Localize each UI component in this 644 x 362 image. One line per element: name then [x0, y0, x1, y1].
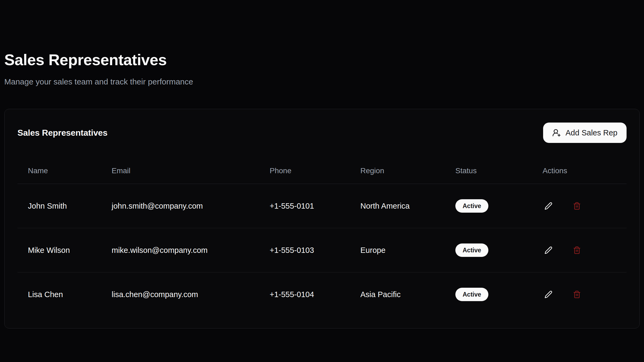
cell-phone: +1-555-0103 — [259, 228, 350, 272]
cell-name: Lisa Chen — [17, 272, 101, 317]
trash-icon — [573, 202, 581, 210]
delete-button[interactable] — [571, 200, 583, 212]
cell-status: Active — [445, 228, 532, 272]
page: Sales Representatives Manage your sales … — [0, 51, 644, 362]
status-badge: Active — [455, 199, 488, 213]
column-header-name: Name — [17, 158, 101, 184]
cell-region: Europe — [350, 228, 445, 272]
delete-button[interactable] — [571, 244, 583, 256]
pencil-icon — [544, 290, 552, 298]
add-sales-rep-button-label: Add Sales Rep — [566, 128, 617, 137]
cell-region: North America — [350, 184, 445, 228]
cell-phone: +1-555-0101 — [259, 184, 350, 228]
cell-status: Active — [445, 272, 532, 317]
page-subtitle: Manage your sales team and track their p… — [4, 77, 640, 87]
cell-actions — [532, 184, 627, 228]
status-badge: Active — [455, 243, 488, 257]
trash-icon — [573, 290, 581, 298]
table-header: Name Email Phone Region Status Actions — [17, 158, 627, 184]
pencil-icon — [544, 202, 552, 210]
column-header-status: Status — [445, 158, 532, 184]
card-title: Sales Representatives — [17, 127, 108, 138]
edit-button[interactable] — [543, 289, 554, 300]
column-header-region: Region — [350, 158, 445, 184]
cell-status: Active — [445, 184, 532, 228]
cell-actions — [532, 228, 627, 272]
cell-name: Mike Wilson — [17, 228, 101, 272]
trash-icon — [573, 246, 581, 254]
column-header-email: Email — [101, 158, 259, 184]
cell-region: Asia Pacific — [350, 272, 445, 317]
sales-reps-card: Sales Representatives Add Sales Rep — [4, 109, 640, 328]
add-sales-rep-button[interactable]: Add Sales Rep — [543, 123, 627, 143]
table-row: Mike Wilson mike.wilson@company.com +1-5… — [17, 228, 627, 272]
card-header: Sales Representatives Add Sales Rep — [17, 123, 627, 143]
cell-email: john.smith@company.com — [101, 184, 259, 228]
cell-email: mike.wilson@company.com — [101, 228, 259, 272]
column-header-phone: Phone — [259, 158, 350, 184]
cell-email: lisa.chen@company.com — [101, 272, 259, 317]
edit-button[interactable] — [543, 244, 554, 256]
cell-phone: +1-555-0104 — [259, 272, 350, 317]
sales-reps-table: Name Email Phone Region Status Actions J… — [17, 158, 627, 316]
user-plus-icon — [552, 128, 561, 137]
delete-button[interactable] — [571, 289, 583, 300]
cell-actions — [532, 272, 627, 317]
cell-name: John Smith — [17, 184, 101, 228]
edit-button[interactable] — [543, 200, 554, 212]
table-row: Lisa Chen lisa.chen@company.com +1-555-0… — [17, 272, 627, 317]
status-badge: Active — [455, 288, 488, 301]
page-title: Sales Representatives — [4, 51, 640, 69]
table-row: John Smith john.smith@company.com +1-555… — [17, 184, 627, 228]
table-body: John Smith john.smith@company.com +1-555… — [17, 184, 627, 317]
column-header-actions: Actions — [532, 158, 627, 184]
pencil-icon — [544, 246, 552, 254]
